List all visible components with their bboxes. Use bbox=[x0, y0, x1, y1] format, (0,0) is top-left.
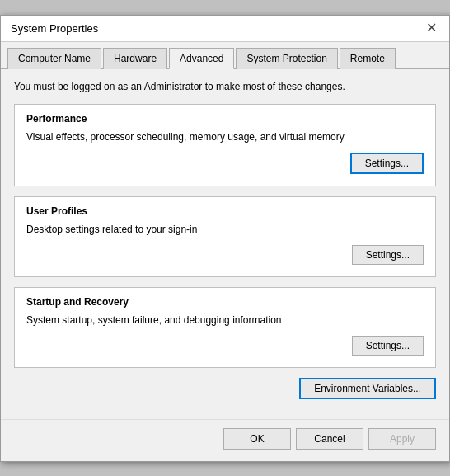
tab-content: You must be logged on as an Administrato… bbox=[1, 69, 449, 419]
admin-notice: You must be logged on as an Administrato… bbox=[14, 81, 436, 92]
tab-system-protection[interactable]: System Protection bbox=[236, 48, 337, 69]
tab-bar: Computer Name Hardware Advanced System P… bbox=[1, 42, 449, 69]
startup-recovery-button-row: Settings... bbox=[26, 336, 424, 356]
user-profiles-description: Desktop settings related to your sign-in bbox=[26, 224, 424, 235]
env-variables-row: Environment Variables... bbox=[14, 378, 436, 399]
performance-section: Performance Visual effects, processor sc… bbox=[14, 104, 436, 186]
performance-settings-button[interactable]: Settings... bbox=[350, 153, 424, 174]
user-profiles-title: User Profiles bbox=[26, 205, 424, 217]
cancel-button[interactable]: Cancel bbox=[296, 428, 363, 450]
user-profiles-section: User Profiles Desktop settings related t… bbox=[14, 196, 436, 277]
window-title: System Properties bbox=[11, 22, 98, 35]
user-profiles-settings-button[interactable]: Settings... bbox=[352, 245, 424, 265]
tab-advanced[interactable]: Advanced bbox=[169, 48, 234, 69]
startup-recovery-title: Startup and Recovery bbox=[26, 296, 424, 308]
startup-recovery-section: Startup and Recovery System startup, sys… bbox=[14, 287, 436, 368]
footer: OK Cancel Apply bbox=[1, 419, 449, 461]
close-button[interactable]: ✕ bbox=[423, 20, 439, 36]
performance-description: Visual effects, processor scheduling, me… bbox=[26, 131, 424, 143]
tab-computer-name[interactable]: Computer Name bbox=[7, 48, 101, 69]
performance-button-row: Settings... bbox=[26, 153, 424, 174]
startup-recovery-description: System startup, system failure, and debu… bbox=[26, 314, 424, 326]
environment-variables-button[interactable]: Environment Variables... bbox=[299, 378, 436, 399]
apply-button[interactable]: Apply bbox=[368, 428, 436, 450]
ok-button[interactable]: OK bbox=[223, 428, 291, 450]
tab-remote[interactable]: Remote bbox=[340, 48, 396, 69]
tab-hardware[interactable]: Hardware bbox=[103, 48, 167, 69]
title-bar: System Properties ✕ bbox=[1, 16, 449, 42]
startup-recovery-settings-button[interactable]: Settings... bbox=[352, 336, 424, 356]
user-profiles-button-row: Settings... bbox=[26, 245, 424, 265]
performance-title: Performance bbox=[26, 113, 424, 125]
system-properties-window: System Properties ✕ Computer Name Hardwa… bbox=[0, 15, 450, 462]
